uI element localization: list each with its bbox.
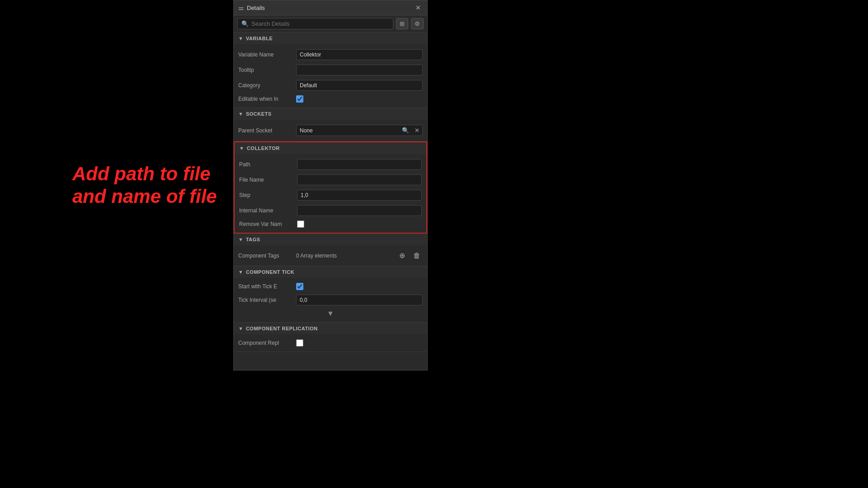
section-variable: ▼ VARIABLE Variable Name Tooltip Categor… (234, 33, 427, 108)
parent-socket-row: Parent Socket 🔍 ✕ (238, 122, 423, 138)
socket-input-wrapper: 🔍 ✕ (296, 125, 423, 136)
section-sockets-title: SOCKETS (246, 111, 272, 117)
section-tags-header[interactable]: ▼ TAGS (234, 234, 427, 245)
file-name-row: File Name (239, 172, 422, 188)
start-tick-row: Start with Tick E (238, 281, 423, 292)
component-repl-label: Component Repl (238, 340, 292, 346)
step-input[interactable] (297, 190, 422, 201)
component-tags-label: Component Tags (238, 253, 292, 259)
panel-toolbar: 🔍 ⊞ ⚙ (234, 15, 427, 33)
chevron-down-icon: ▼ (238, 326, 243, 331)
panel-close-button[interactable]: ✕ (414, 3, 423, 12)
step-row: Step (239, 188, 422, 203)
socket-search-button[interactable]: 🔍 (399, 125, 412, 136)
section-component-tick: ▼ COMPONENT TICK Start with Tick E Tick … (234, 266, 427, 323)
search-input[interactable] (251, 20, 389, 27)
step-label: Step (239, 192, 293, 198)
parent-socket-input[interactable] (297, 126, 399, 136)
path-input[interactable] (297, 159, 422, 170)
component-repl-row: Component Repl (238, 337, 423, 349)
section-sockets-body: Parent Socket 🔍 ✕ (234, 120, 427, 141)
variable-name-input[interactable] (296, 49, 423, 60)
internal-name-input[interactable] (297, 205, 422, 216)
annotation: Add path to file and name of file (72, 163, 217, 208)
editable-checkbox[interactable] (296, 95, 303, 103)
category-select[interactable]: Default (296, 80, 423, 91)
section-tags-title: TAGS (246, 237, 260, 242)
tooltip-row: Tooltip (238, 62, 423, 78)
chevron-down-icon: ▼ (238, 111, 243, 117)
section-collektor-header[interactable]: ▼ COLLEKTOR (235, 142, 426, 154)
section-component-tick-body: Start with Tick E Tick Interval (se ▼ (234, 278, 427, 322)
chevron-down-icon: ▼ (239, 145, 244, 151)
file-name-label: File Name (239, 177, 293, 183)
variable-name-row: Variable Name (238, 47, 423, 62)
section-sockets: ▼ SOCKETS Parent Socket 🔍 ✕ (234, 108, 427, 141)
variable-name-label: Variable Name (238, 52, 292, 58)
tick-interval-input[interactable] (296, 295, 423, 305)
grid-view-button[interactable]: ⊞ (396, 18, 408, 29)
section-component-replication: ▼ COMPONENT REPLICATION Component Repl (234, 323, 427, 352)
start-tick-label: Start with Tick E (238, 283, 292, 290)
section-collektor-body: Path File Name Step Internal Name Remove… (235, 154, 426, 233)
section-collektor: ▼ COLLEKTOR Path File Name Step Internal… (234, 141, 427, 234)
filter-icon: ⚌ (238, 4, 244, 11)
add-tag-button[interactable]: ⊕ (397, 250, 407, 261)
socket-clear-button[interactable]: ✕ (412, 125, 422, 136)
start-tick-checkbox[interactable] (296, 283, 303, 290)
tick-interval-label: Tick Interval (se (238, 297, 292, 303)
search-box[interactable]: 🔍 (237, 18, 393, 29)
section-collektor-title: COLLEKTOR (247, 145, 280, 151)
category-row: Category Default (238, 78, 423, 93)
section-tags-body: Component Tags 0 Array elements ⊕ 🗑 (234, 245, 427, 266)
settings-button[interactable]: ⚙ (411, 18, 424, 29)
section-variable-title: VARIABLE (246, 36, 273, 41)
chevron-down-icon: ▼ (238, 269, 243, 275)
chevron-down-icon: ▼ (238, 36, 243, 41)
tooltip-label: Tooltip (238, 67, 292, 73)
section-component-replication-header[interactable]: ▼ COMPONENT REPLICATION (234, 323, 427, 334)
chevron-down-icon: ▼ (238, 237, 243, 242)
details-panel: ⚌ Details ✕ 🔍 ⊞ ⚙ ▼ VARIABLE Variable Na… (233, 0, 428, 371)
editable-row: Editable when In (238, 93, 423, 105)
tooltip-input[interactable] (296, 65, 423, 75)
internal-name-label: Internal Name (239, 207, 293, 214)
file-name-input[interactable] (297, 174, 422, 185)
internal-name-row: Internal Name (239, 203, 422, 218)
component-tags-value: 0 Array elements (296, 253, 393, 259)
tick-interval-row: Tick Interval (se (238, 292, 423, 308)
component-repl-checkbox[interactable] (296, 339, 303, 347)
delete-tag-button[interactable]: 🗑 (411, 251, 423, 261)
section-variable-header[interactable]: ▼ VARIABLE (234, 33, 427, 44)
panel-titlebar: ⚌ Details ✕ (234, 0, 427, 15)
section-component-tick-title: COMPONENT TICK (246, 269, 294, 275)
panel-content: ▼ VARIABLE Variable Name Tooltip Categor… (234, 33, 427, 370)
remove-var-row: Remove Var Nam (239, 218, 422, 230)
category-dropdown-wrapper: Default (296, 80, 423, 91)
section-variable-body: Variable Name Tooltip Category Default (234, 44, 427, 108)
remove-var-checkbox[interactable] (297, 221, 304, 228)
section-tags: ▼ TAGS Component Tags 0 Array elements ⊕… (234, 234, 427, 266)
search-icon: 🔍 (241, 20, 249, 27)
section-component-replication-title: COMPONENT REPLICATION (246, 326, 318, 331)
expand-button[interactable]: ▼ (327, 310, 334, 318)
section-component-replication-body: Component Repl (234, 334, 427, 352)
section-sockets-header[interactable]: ▼ SOCKETS (234, 108, 427, 120)
editable-label: Editable when In (238, 96, 292, 102)
path-row: Path (239, 157, 422, 172)
section-component-tick-header[interactable]: ▼ COMPONENT TICK (234, 266, 427, 278)
panel-title: Details (247, 5, 411, 11)
category-label: Category (238, 82, 292, 89)
remove-var-label: Remove Var Nam (239, 221, 293, 227)
path-label: Path (239, 161, 293, 168)
parent-socket-label: Parent Socket (238, 127, 292, 134)
component-tags-row: Component Tags 0 Array elements ⊕ 🗑 (238, 248, 423, 263)
